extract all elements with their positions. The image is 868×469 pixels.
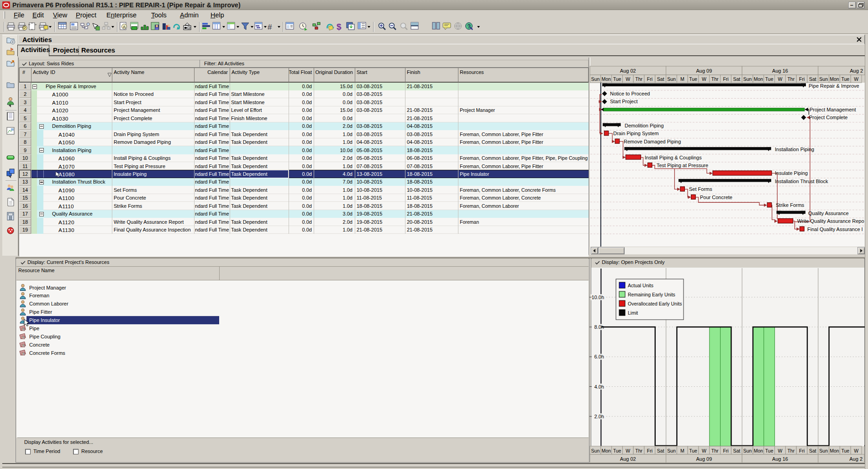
svg-text:Mon: Mon — [754, 448, 763, 453]
svg-text:Actual Units: Actual Units — [628, 283, 653, 288]
svg-text:Thr: Thr — [787, 448, 794, 453]
svg-text:Sun: Sun — [819, 448, 828, 453]
svg-text:W: W — [854, 448, 858, 453]
svg-text:Tue: Tue — [689, 448, 697, 453]
svg-text:Tue: Tue — [841, 448, 849, 453]
svg-text:Mon: Mon — [601, 448, 611, 453]
svg-text:Sat: Sat — [733, 448, 740, 453]
svg-text:Sun: Sun — [743, 448, 752, 453]
svg-text:10.0h: 10.0h — [591, 295, 604, 300]
svg-text:Fri: Fri — [647, 448, 652, 453]
svg-text:Remaining Early Units: Remaining Early Units — [628, 292, 675, 297]
svg-text:Overallocated Early Units: Overallocated Early Units — [628, 301, 682, 306]
svg-text:Aug 16: Aug 16 — [772, 456, 788, 462]
svg-text:4.0h: 4.0h — [594, 384, 604, 390]
svg-text:Fri: Fri — [723, 448, 728, 453]
svg-text:Mon: Mon — [830, 448, 839, 453]
svg-text:Sun: Sun — [591, 448, 600, 453]
svg-text:Sat: Sat — [657, 448, 664, 453]
svg-text:Thr: Thr — [711, 448, 719, 453]
svg-text:M: M — [680, 448, 684, 453]
svg-text:Sun: Sun — [667, 448, 676, 453]
svg-text:Aug 09: Aug 09 — [696, 456, 712, 462]
svg-text:Tue: Tue — [765, 448, 773, 453]
svg-text:W: W — [626, 448, 630, 453]
svg-text:Limit: Limit — [628, 310, 638, 316]
svg-text:Aug 2: Aug 2 — [849, 456, 863, 462]
svg-text:Thr: Thr — [635, 448, 642, 453]
svg-text:6.0h: 6.0h — [594, 354, 604, 359]
svg-text:W: W — [778, 448, 783, 453]
svg-text:2.0h: 2.0h — [594, 414, 604, 419]
svg-text:Fri: Fri — [799, 448, 805, 453]
svg-text:Aug 02: Aug 02 — [620, 456, 636, 462]
svg-text:Tue: Tue — [613, 448, 621, 453]
svg-text:W: W — [702, 448, 706, 453]
svg-text:Sat: Sat — [809, 448, 816, 453]
